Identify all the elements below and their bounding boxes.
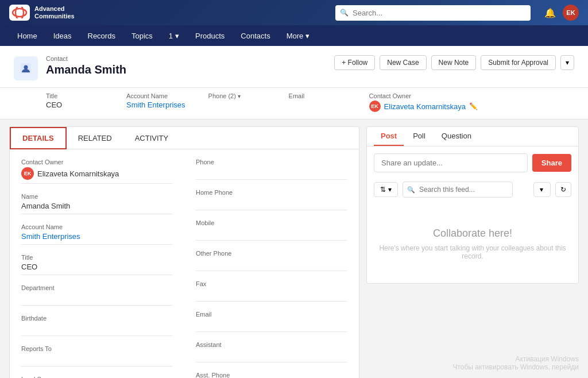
field-email: Email — [289, 92, 346, 112]
collaborate-title: Collaborate here! — [378, 227, 567, 240]
detail-name: Name Amanda Smith — [21, 193, 173, 214]
feed-tab-post[interactable]: Post — [374, 127, 404, 146]
feed-filter-button[interactable]: ▾ — [533, 182, 551, 197]
nav-item-products[interactable]: Products — [187, 25, 233, 46]
search-input[interactable] — [335, 5, 531, 21]
record-header: Contact Amanda Smith + Follow New Case N… — [0, 46, 588, 88]
nav-item-ideas[interactable]: Ideas — [45, 25, 80, 46]
record-info: Contact Amanda Smith — [46, 55, 126, 76]
details-col-right: Phone Home Phone Mobile Other Phone — [196, 159, 347, 378]
feed-tabs: Post Poll Question — [367, 127, 578, 146]
left-panel: DETAILS RELATED ACTIVITY Contact Owner E… — [9, 126, 359, 378]
feed-tab-poll[interactable]: Poll — [406, 127, 432, 146]
detail-mobile: Mobile — [196, 219, 347, 241]
detail-reports-to: Reports To — [21, 345, 173, 367]
edit-owner-icon[interactable]: ✏️ — [469, 102, 478, 110]
record-name: Amanda Smith — [46, 63, 126, 76]
detail-owner-avatar: EK — [21, 167, 34, 180]
submit-approval-button[interactable]: Submit for Approval — [481, 55, 556, 70]
feed-sort-button[interactable]: ⇅ ▾ — [374, 182, 398, 197]
feed-search-row: ⇅ ▾ 🔍 ▾ ↻ — [367, 179, 578, 205]
collaborate-area: Collaborate here! Here's where you start… — [367, 205, 578, 283]
logo-icon — [9, 5, 30, 21]
svg-point-0 — [13, 9, 26, 17]
follow-button[interactable]: + Follow — [334, 55, 375, 70]
tab-details[interactable]: DETAILS — [10, 127, 67, 149]
detail-home-phone: Home Phone — [196, 189, 347, 210]
detail-title: Title CEO — [21, 254, 173, 275]
chevron-down-icon: ▾ — [238, 93, 241, 99]
detail-birthdate: Birthdate — [21, 315, 173, 336]
detail-phone: Phone — [196, 159, 347, 180]
detail-contact-owner: Contact Owner EK Elizaveta Komarnitskaya — [21, 159, 173, 184]
feed-tab-question[interactable]: Question — [435, 127, 478, 146]
logo-area: Advanced Communities — [9, 5, 78, 21]
owner-avatar: EK — [369, 101, 381, 112]
search-bar-wrap: 🔍 — [335, 5, 531, 21]
detail-email: Email — [196, 311, 347, 332]
notification-bell-icon[interactable]: 🔔 — [544, 7, 556, 18]
detail-asst-phone: Asst. Phone — [196, 372, 347, 378]
record-actions: + Follow New Case New Note Submit for Ap… — [334, 55, 574, 70]
share-update-input[interactable] — [374, 153, 528, 172]
feed-search-wrap: 🔍 — [403, 182, 529, 198]
feed-refresh-button[interactable]: ↻ — [555, 182, 571, 197]
filter-icon: ▾ — [540, 186, 543, 194]
chevron-down-icon: ▾ — [388, 186, 392, 194]
search-icon: 🔍 — [340, 9, 349, 17]
content-area: Contact Amanda Smith + Follow New Case N… — [0, 46, 588, 378]
top-right-icons: 🔔 EK — [544, 5, 579, 21]
feed-input-row: Share — [367, 146, 578, 179]
detail-assistant: Assistant — [196, 341, 347, 362]
detail-department: Department — [21, 284, 173, 306]
chevron-down-icon: ▾ — [175, 32, 179, 40]
logo-text: Advanced Communities — [34, 5, 75, 20]
nav-item-home[interactable]: Home — [9, 25, 45, 46]
contact-type-icon — [14, 56, 38, 80]
field-owner: Contact Owner EK Elizaveta Komarnitskaya… — [369, 92, 478, 112]
tab-activity[interactable]: ACTIVITY — [123, 127, 180, 149]
nav-item-more[interactable]: More ▾ — [278, 25, 318, 46]
chevron-down-icon: ▾ — [566, 59, 569, 67]
tab-related[interactable]: RELATED — [67, 127, 123, 149]
detail-fax: Fax — [196, 280, 347, 302]
details-col-left: Contact Owner EK Elizaveta Komarnitskaya… — [21, 159, 173, 378]
top-bar: Advanced Communities 🔍 🔔 EK — [0, 0, 588, 25]
svg-point-3 — [24, 65, 28, 70]
refresh-icon: ↻ — [560, 186, 566, 194]
right-panel: Post Poll Question Share ⇅ ▾ 🔍 ▾ — [366, 126, 579, 284]
collaborate-sub: Here's where you start talking with your… — [378, 244, 567, 260]
tabs-row: DETAILS RELATED ACTIVITY — [10, 127, 359, 149]
record-type-label: Contact — [46, 55, 126, 62]
nav-item-records[interactable]: Records — [80, 25, 123, 46]
record-header-left: Contact Amanda Smith — [14, 55, 126, 80]
detail-other-phone: Other Phone — [196, 250, 347, 271]
field-phone: Phone (2) ▾ — [208, 92, 266, 112]
main-body: DETAILS RELATED ACTIVITY Contact Owner E… — [0, 119, 588, 378]
user-avatar[interactable]: EK — [563, 5, 579, 21]
new-note-button[interactable]: New Note — [431, 55, 477, 70]
fields-row: Title CEO Account Name Smith Enterprises… — [0, 88, 588, 119]
new-case-button[interactable]: New Case — [380, 55, 426, 70]
feed-search-input[interactable] — [403, 182, 513, 198]
nav-item-1[interactable]: 1 ▾ — [161, 25, 187, 46]
actions-dropdown-button[interactable]: ▾ — [560, 55, 574, 70]
share-button[interactable]: Share — [532, 154, 571, 172]
details-content: Contact Owner EK Elizaveta Komarnitskaya… — [10, 149, 359, 378]
nav-bar: Home Ideas Records Topics 1 ▾ Products C… — [0, 25, 588, 46]
detail-account-name: Account Name Smith Enterprises — [21, 223, 173, 245]
field-account-name: Account Name Smith Enterprises — [126, 92, 185, 112]
feed-search-icon: 🔍 — [407, 186, 415, 194]
nav-item-topics[interactable]: Topics — [123, 25, 161, 46]
detail-lead-source: Lead Source — [21, 376, 173, 378]
nav-item-contacts[interactable]: Contacts — [233, 25, 278, 46]
chevron-down-icon: ▾ — [305, 32, 310, 40]
sort-icon: ⇅ — [380, 186, 386, 194]
field-title: Title CEO — [46, 92, 103, 112]
